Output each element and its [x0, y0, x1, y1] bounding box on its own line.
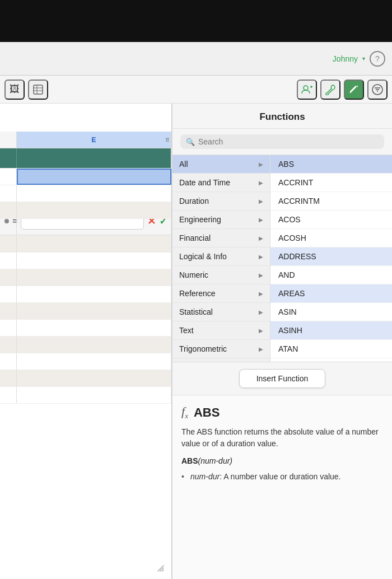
user-name-label: Johnny: [333, 54, 358, 63]
function-description-text: The ABS function returns the absolute va…: [181, 426, 383, 450]
function-item-accrint[interactable]: ACCRINT: [270, 174, 392, 192]
chevron-right-icon: ▶: [259, 217, 263, 223]
table-row: [0, 286, 171, 303]
category-item-financial[interactable]: Financial ▶: [172, 229, 270, 248]
chevron-right-icon: ▶: [259, 198, 263, 204]
user-chevron-icon[interactable]: ▾: [362, 55, 365, 62]
category-label: Reference: [179, 289, 216, 298]
category-item-logical[interactable]: Logical & Info ▶: [172, 248, 270, 266]
category-label: All: [179, 160, 188, 169]
category-item-all[interactable]: All ▶: [172, 155, 270, 174]
function-item-address[interactable]: ADDRESS: [270, 248, 392, 266]
param-name: num-dur: [190, 472, 220, 481]
functions-panel: Functions 🔍 All ▶ Date and Time ▶ Durati…: [172, 104, 392, 579]
category-label: Date and Time: [179, 178, 230, 187]
function-param-item: num-dur: A number value or duration valu…: [181, 471, 383, 483]
column-header-row: E ⠿: [0, 132, 171, 148]
category-label: Text: [179, 326, 194, 335]
search-bar: 🔍: [172, 129, 392, 155]
function-item-asin[interactable]: ASIN: [270, 303, 392, 321]
insert-function-button[interactable]: Insert Function: [239, 369, 326, 388]
table-icon[interactable]: [28, 80, 48, 100]
panel-title: Functions: [172, 104, 392, 129]
column-resize-handle[interactable]: ⠿: [165, 137, 169, 143]
function-column: ABS ACCRINT ACCRINTM ACOS ACOSH ADDRESS …: [270, 155, 392, 362]
table-row: [0, 185, 171, 202]
svg-point-4: [304, 86, 308, 90]
category-item-text[interactable]: Text ▶: [172, 321, 270, 340]
image-icon[interactable]: 🖼: [4, 80, 25, 100]
function-item-atan[interactable]: ATAN: [270, 340, 392, 358]
chevron-right-icon: ▶: [259, 161, 263, 167]
table-row: [0, 303, 171, 320]
table-row: [0, 370, 171, 387]
function-title-row: fx ABS: [181, 404, 383, 421]
category-label: Duration: [179, 197, 209, 206]
main-toolbar: 🖼: [0, 76, 392, 104]
table-row: [0, 148, 171, 169]
insert-function-btn-wrap: Insert Function: [172, 362, 392, 395]
category-label: Engineering: [179, 215, 221, 224]
category-label: Statistical: [179, 307, 213, 316]
spreadsheet-area: = ✕ ✓ E ⠿: [0, 104, 172, 579]
function-item-areas[interactable]: AREAS: [270, 284, 392, 303]
category-item-engineering[interactable]: Engineering ▶: [172, 211, 270, 229]
function-item-abs[interactable]: ABS: [270, 155, 392, 174]
function-item-and[interactable]: AND: [270, 266, 392, 284]
search-input-wrap: 🔍: [180, 134, 384, 149]
row-num-header: [0, 132, 17, 148]
category-item-statistical[interactable]: Statistical ▶: [172, 303, 270, 321]
table-row: [0, 337, 171, 353]
app-header: Johnny ▾ ?: [0, 42, 392, 76]
top-black-bar: [0, 0, 392, 42]
svg-rect-0: [34, 85, 43, 94]
table-row: [0, 269, 171, 286]
function-syntax-params: (num-dur): [198, 456, 232, 465]
data-rows-container: [0, 148, 171, 579]
function-list-area: All ▶ Date and Time ▶ Duration ▶ Enginee…: [172, 155, 392, 362]
chevron-right-icon: ▶: [259, 309, 263, 315]
search-icon: 🔍: [186, 138, 195, 146]
function-item-acosh[interactable]: ACOSH: [270, 229, 392, 248]
spreadsheet-resize-handle[interactable]: [153, 561, 167, 575]
category-item-trig[interactable]: Trigonometric ▶: [172, 340, 270, 358]
help-button[interactable]: ?: [370, 51, 385, 67]
category-label: Logical & Info: [179, 252, 227, 261]
filter-icon[interactable]: [367, 80, 388, 100]
table-row: [0, 387, 171, 404]
function-item-acos[interactable]: ACOS: [270, 211, 392, 229]
table-row: [0, 219, 171, 236]
function-item-accrintm[interactable]: ACCRINTM: [270, 192, 392, 211]
chevron-right-icon: ▶: [259, 346, 263, 352]
function-name-heading: ABS: [194, 405, 220, 420]
column-e-header[interactable]: E ⠿: [17, 132, 171, 148]
chevron-right-icon: ▶: [259, 180, 263, 186]
wrench-icon[interactable]: [320, 80, 340, 100]
category-item-date-time[interactable]: Date and Time ▶: [172, 174, 270, 192]
category-label: Trigonometric: [179, 344, 227, 353]
category-item-reference[interactable]: Reference ▶: [172, 284, 270, 303]
function-syntax-name: ABS: [181, 456, 198, 465]
function-item-asinh[interactable]: ASINH: [270, 321, 392, 340]
chevron-right-icon: ▶: [259, 254, 263, 260]
function-item-atan2[interactable]: ATAN2: [270, 358, 392, 362]
table-row: [0, 253, 171, 269]
search-input[interactable]: [198, 137, 379, 146]
function-description-area: fx ABS The ABS function returns the abso…: [172, 395, 392, 579]
chevron-right-icon: ▶: [259, 235, 263, 241]
function-syntax-text: ABS(num-dur): [181, 456, 383, 465]
table-row: [0, 202, 171, 219]
header-right: Johnny ▾ ?: [333, 51, 385, 67]
add-collaborator-icon[interactable]: [297, 80, 317, 100]
category-label: Numeric: [179, 270, 208, 279]
table-row: [0, 169, 171, 185]
param-desc: : A number value or duration value.: [220, 472, 340, 481]
paint-icon[interactable]: [344, 80, 364, 100]
category-column: All ▶ Date and Time ▶ Duration ▶ Enginee…: [172, 155, 270, 362]
table-row: [0, 236, 171, 253]
category-label: Financial: [179, 234, 211, 242]
function-fx-icon: fx: [181, 404, 188, 421]
chevron-right-icon: ▶: [259, 291, 263, 297]
category-item-duration[interactable]: Duration ▶: [172, 192, 270, 211]
category-item-numeric[interactable]: Numeric ▶: [172, 266, 270, 284]
